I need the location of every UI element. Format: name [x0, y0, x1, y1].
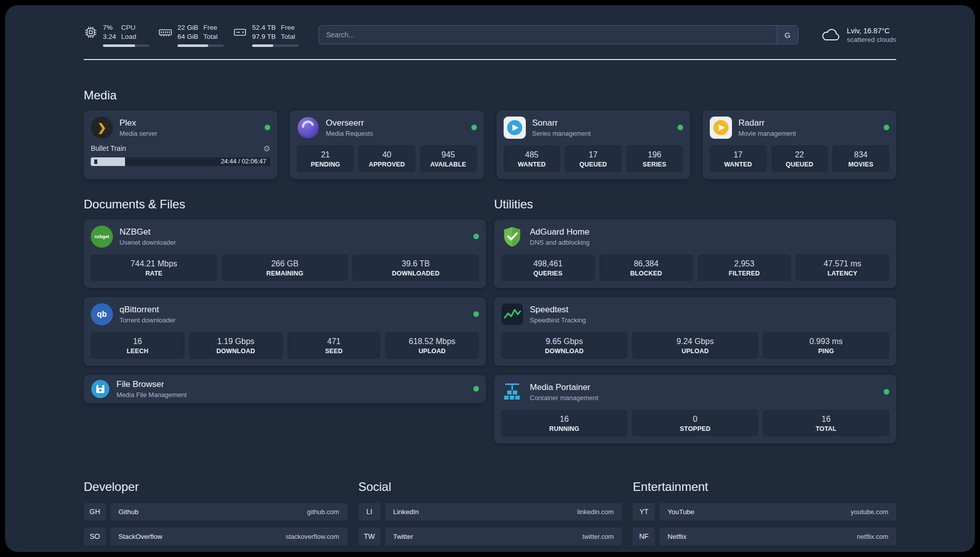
stat-stopped: 0STOPPED [632, 410, 759, 436]
stat-approved: 40APPROVED [358, 145, 415, 172]
disk-progress-bar [252, 44, 298, 47]
stat-remaining: 266 GBREMAINING [222, 254, 348, 281]
app-card-radarr[interactable]: Radarr Movie management 17WANTED 22QUEUE… [703, 110, 896, 179]
app-name: AdGuard Home [530, 227, 590, 237]
app-subtitle: Media server [119, 130, 157, 137]
stat-running: 16RUNNING [501, 410, 628, 436]
cloud-icon [821, 27, 841, 42]
bookmark-twitter[interactable]: TW Twitter twitter.com [358, 528, 622, 545]
app-subtitle: Movie management [739, 130, 796, 137]
status-dot [473, 234, 479, 239]
bookmark-name: Github [118, 508, 139, 516]
stat-seed: 471SEED [287, 332, 381, 359]
bookmark-name: StackOverflow [118, 533, 162, 540]
app-card-plex[interactable]: Plex Media server Bullet Train ⚙ 24:44 /… [84, 110, 277, 179]
app-subtitle: DNS and adblocking [530, 239, 590, 246]
bookmark-linkedin[interactable]: LI LinkedIn linkedin.com [358, 503, 622, 521]
adguard-icon [501, 226, 523, 248]
plex-now-playing: Bullet Train ⚙ 24:44 / 02:06:47 [91, 144, 270, 166]
stat-available: 945AVAILABLE [420, 145, 477, 172]
bookmark-name: Netflix [667, 533, 687, 540]
app-name: File Browser [116, 379, 187, 389]
stat-filtered: 2,953FILTERED [698, 254, 791, 281]
search-input[interactable] [319, 25, 799, 44]
disk-free-label: Free [281, 23, 295, 32]
stat-latency: 47.571 msLATENCY [795, 254, 889, 281]
bookmark-group-developer: Developer GH Github github.com SO StackO… [84, 480, 347, 552]
cpu-icon [84, 25, 98, 39]
status-dot [473, 311, 479, 317]
stat-wanted: 485WANTED [504, 145, 561, 172]
playback-progress-bar[interactable]: 24:44 / 02:06:47 [91, 157, 270, 166]
section-title-social: Social [358, 480, 622, 494]
topbar-divider [84, 59, 896, 60]
search: G [319, 25, 799, 44]
weather-location: Lviv, 16.87°C [847, 27, 896, 35]
disk-free-value: 52.4 TB [252, 23, 276, 32]
stat-download: 9.65 GbpsDOWNLOAD [501, 332, 628, 359]
bookmark-domain: youtube.com [851, 508, 888, 516]
filebrowser-icon [91, 379, 110, 399]
cpu-load-label: Load [121, 32, 136, 41]
bookmark-github[interactable]: GH Github github.com [84, 503, 347, 521]
portainer-icon [501, 381, 523, 403]
app-card-qbittorrent[interactable]: qBittorrent Torrent downloader 16LEECH 1… [84, 297, 486, 366]
app-subtitle: Media File Management [116, 391, 187, 399]
status-dot [473, 386, 479, 392]
status-dot [471, 125, 477, 130]
app-card-filebrowser[interactable]: File Browser Media File Management [84, 375, 486, 403]
section-title-media: Media [84, 88, 896, 102]
app-subtitle: Series management [532, 130, 591, 137]
ram-total-value: 64 GiB [177, 32, 198, 41]
app-name: Sonarr [532, 118, 591, 128]
app-name: Radarr [739, 118, 796, 128]
stat-queued: 17QUEUED [565, 145, 622, 172]
settings-gear-icon[interactable]: ⚙ [263, 144, 270, 153]
qbittorrent-icon [91, 303, 113, 325]
app-card-overseerr[interactable]: Overseerr Media Requests 21PENDING 40APP… [290, 110, 483, 179]
disk-total-label: Total [281, 32, 295, 41]
bookmark-name: Twitter [393, 533, 413, 540]
weather-condition: scattered clouds [847, 36, 896, 43]
section-title-utilities: Utilities [494, 197, 896, 211]
ram-icon [158, 25, 172, 39]
sonarr-icon [504, 117, 526, 139]
stat-queued: 22QUEUED [771, 145, 828, 172]
app-subtitle: Media Requests [326, 130, 373, 137]
documents-section: Documents & Files NZBGet Usenet download… [84, 197, 486, 453]
status-dot [884, 389, 889, 395]
bookmark-netflix[interactable]: NF Netflix netflix.com [633, 528, 896, 545]
pause-icon [94, 159, 97, 164]
weather-widget[interactable]: Lviv, 16.87°C scattered clouds [821, 27, 896, 43]
plex-icon [91, 117, 113, 139]
app-card-portainer[interactable]: Media Portainer Container management 16R… [494, 375, 896, 443]
stat-download: 1.19 GbpsDOWNLOAD [189, 332, 283, 359]
section-title-documents: Documents & Files [84, 197, 486, 211]
stat-wanted: 17WANTED [710, 145, 767, 172]
playback-time: 24:44 / 02:06:47 [221, 158, 266, 165]
search-engine-button[interactable]: G [777, 26, 798, 44]
status-dot [678, 125, 683, 130]
bookmark-stackoverflow[interactable]: SO StackOverflow stackoverflow.com [84, 528, 347, 545]
app-card-adguard[interactable]: AdGuard Home DNS and adblocking 498,461Q… [494, 219, 896, 288]
app-name: Media Portainer [530, 382, 598, 393]
app-subtitle: Container management [530, 394, 598, 402]
stat-series: 196SERIES [626, 145, 683, 172]
app-card-speedtest[interactable]: Speedtest Speedtest Tracking 9.65 GbpsDO… [494, 297, 896, 366]
stat-leech: 16LEECH [91, 332, 185, 359]
cpu-label: CPU [121, 23, 136, 32]
status-dot [884, 125, 889, 130]
bookmark-youtube[interactable]: YT YouTube youtube.com [633, 503, 896, 521]
stat-rate: 744.21 MbpsRATE [91, 254, 217, 281]
app-name: Plex [119, 118, 157, 128]
app-name: Speedtest [530, 305, 586, 315]
app-subtitle: Usenet downloader [119, 239, 176, 246]
app-card-nzbget[interactable]: NZBGet Usenet downloader 744.21 MbpsRATE… [84, 219, 486, 288]
app-card-sonarr[interactable]: Sonarr Series management 485WANTED 17QUE… [497, 110, 690, 179]
nzbget-icon [91, 226, 113, 248]
disk-total-value: 97.9 TB [252, 32, 276, 41]
bookmark-domain: twitter.com [582, 533, 614, 540]
app-name: qBittorrent [119, 305, 175, 315]
cpu-widget: 7% 3.24 CPU Load [84, 23, 149, 47]
bookmark-abbr: GH [84, 503, 106, 521]
